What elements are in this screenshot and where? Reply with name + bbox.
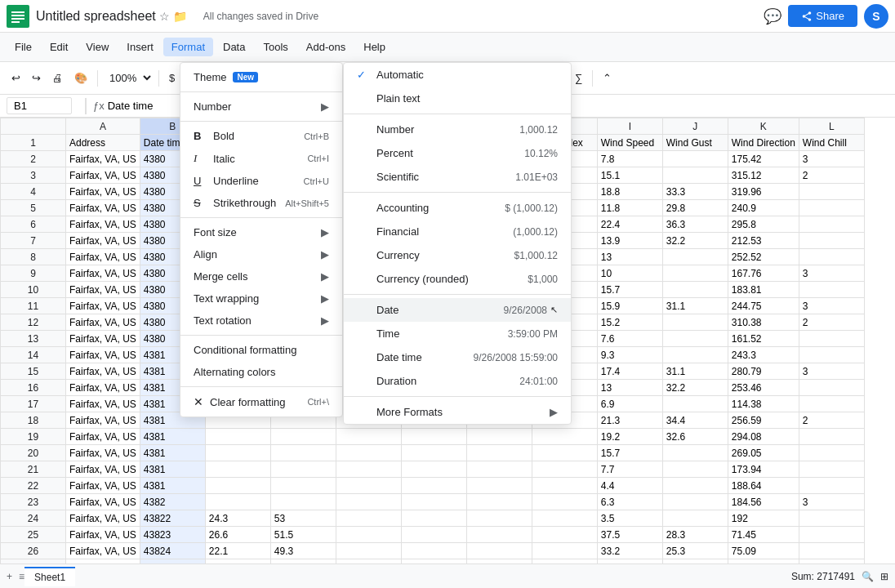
menu-file[interactable]: File — [7, 38, 40, 56]
cell-E-22[interactable] — [336, 478, 401, 494]
row-num-cell[interactable]: 26 — [1, 543, 66, 559]
cell-J-16[interactable]: 32.2 — [662, 380, 728, 396]
row-num-cell[interactable]: 22 — [1, 478, 66, 494]
col-header-I[interactable]: I — [597, 118, 662, 135]
cell-I-7[interactable]: 13.9 — [597, 233, 662, 249]
expand-button[interactable]: ⌃ — [598, 69, 617, 87]
cell-L-13[interactable] — [799, 331, 864, 347]
function-button[interactable]: ∑ — [570, 69, 587, 87]
cell-D-20[interactable] — [270, 445, 336, 461]
comments-icon[interactable]: 💬 — [764, 7, 781, 25]
cell-K-8[interactable]: 252.52 — [728, 249, 799, 265]
number-accounting-item[interactable]: Accounting $ (1,000.12) — [344, 196, 571, 220]
format-bold-item[interactable]: B Bold Ctrl+B — [180, 125, 342, 147]
cell-L-1[interactable]: Wind Chill — [799, 135, 864, 151]
cell-J-18[interactable]: 34.4 — [662, 412, 728, 429]
number-submenu[interactable]: ✓ Automatic Plain text Number 1,000.12 P… — [343, 62, 572, 425]
cell-G-26[interactable] — [466, 543, 532, 559]
cell-L-11[interactable]: 3 — [799, 298, 864, 314]
cell-K-4[interactable]: 319.96 — [728, 184, 799, 200]
cell-D-24[interactable]: 53 — [270, 510, 336, 527]
number-date-item[interactable]: Date 9/26/2008 ↖ — [344, 298, 571, 322]
cell-L-15[interactable]: 3 — [799, 363, 864, 380]
row-num-cell[interactable]: 2 — [1, 151, 66, 167]
cell-K-26[interactable]: 75.09 — [728, 543, 799, 559]
cell-I-20[interactable]: 15.7 — [597, 445, 662, 461]
cell-L-9[interactable]: 3 — [799, 265, 864, 282]
cell-G-24[interactable] — [466, 510, 532, 527]
cell-H-23[interactable] — [532, 494, 597, 510]
cell-I-4[interactable]: 18.8 — [597, 184, 662, 200]
row-num-cell[interactable]: 3 — [1, 167, 66, 184]
cell-H-27[interactable] — [532, 559, 597, 564]
format-number-item[interactable]: Number ▶ — [180, 96, 342, 118]
format-clear-item[interactable]: ✕ Clear formatting Ctrl+\ — [180, 390, 342, 413]
cell-L-20[interactable] — [799, 445, 864, 461]
format-align-item[interactable]: Align ▶ — [180, 243, 342, 265]
menu-view[interactable]: View — [78, 38, 117, 56]
cell-I-5[interactable]: 11.8 — [597, 200, 662, 216]
menu-format[interactable]: Format — [163, 38, 213, 56]
row-num-cell[interactable]: 8 — [1, 249, 66, 265]
row-num-cell[interactable]: 6 — [1, 216, 66, 233]
cell-J-10[interactable] — [662, 282, 728, 298]
cell-J-4[interactable]: 33.3 — [662, 184, 728, 200]
cell-K-9[interactable]: 167.76 — [728, 265, 799, 282]
cell-C-22[interactable] — [205, 478, 270, 494]
number-number-item[interactable]: Number 1,000.12 — [344, 118, 571, 141]
format-strikethrough-item[interactable]: S Strikethrough Alt+Shift+5 — [180, 192, 342, 214]
row-num-cell[interactable]: 4 — [1, 184, 66, 200]
number-duration-item[interactable]: Duration 24:01:00 — [344, 369, 571, 393]
currency-button[interactable]: $ — [164, 69, 180, 87]
number-datetime-item[interactable]: Date time 9/26/2008 15:59:00 — [344, 345, 571, 369]
cell-J-1[interactable]: Wind Gust — [662, 135, 728, 151]
cell-K-14[interactable]: 243.3 — [728, 347, 799, 363]
cell-H-19[interactable] — [532, 429, 597, 445]
cell-A-7[interactable]: Fairfax, VA, US — [66, 233, 140, 249]
cell-A-22[interactable]: Fairfax, VA, US — [66, 478, 140, 494]
row-num-cell[interactable]: 12 — [1, 314, 66, 331]
cell-J-9[interactable] — [662, 265, 728, 282]
cell-K-13[interactable]: 161.52 — [728, 331, 799, 347]
cell-F-21[interactable] — [401, 461, 466, 478]
cell-A-15[interactable]: Fairfax, VA, US — [66, 363, 140, 380]
format-underline-item[interactable]: U Underline Ctrl+U — [180, 170, 342, 192]
cell-F-27[interactable] — [401, 559, 466, 564]
cell-K-23[interactable]: 184.56 — [728, 494, 799, 510]
cell-A-14[interactable]: Fairfax, VA, US — [66, 347, 140, 363]
cell-D-23[interactable] — [270, 494, 336, 510]
cell-L-14[interactable] — [799, 347, 864, 363]
cell-I-16[interactable]: 13 — [597, 380, 662, 396]
row-num-cell[interactable]: 14 — [1, 347, 66, 363]
format-merge-item[interactable]: Merge cells ▶ — [180, 265, 342, 287]
cell-A-24[interactable]: Fairfax, VA, US — [66, 510, 140, 527]
cell-A-26[interactable]: Fairfax, VA, US — [66, 543, 140, 559]
cell-K-11[interactable]: 244.75 — [728, 298, 799, 314]
cell-L-25[interactable] — [799, 527, 864, 543]
cell-L-22[interactable] — [799, 478, 864, 494]
cell-G-27[interactable] — [466, 559, 532, 564]
cell-L-19[interactable] — [799, 429, 864, 445]
row-num-cell[interactable]: 10 — [1, 282, 66, 298]
cell-C-24[interactable]: 24.3 — [205, 510, 270, 527]
cell-F-23[interactable] — [401, 494, 466, 510]
cell-J-19[interactable]: 32.6 — [662, 429, 728, 445]
cell-K-15[interactable]: 280.79 — [728, 363, 799, 380]
cell-I-11[interactable]: 15.9 — [597, 298, 662, 314]
cell-F-26[interactable] — [401, 543, 466, 559]
cell-A-13[interactable]: Fairfax, VA, US — [66, 331, 140, 347]
cell-L-2[interactable]: 3 — [799, 151, 864, 167]
menu-addons[interactable]: Add-ons — [298, 38, 354, 56]
cell-H-25[interactable] — [532, 527, 597, 543]
menu-tools[interactable]: Tools — [255, 38, 296, 56]
row-num-cell[interactable]: 13 — [1, 331, 66, 347]
cell-J-11[interactable]: 31.1 — [662, 298, 728, 314]
cell-K-27[interactable]: 74.74 — [728, 559, 799, 564]
cell-I-18[interactable]: 21.3 — [597, 412, 662, 429]
row-num-cell[interactable]: 11 — [1, 298, 66, 314]
cell-K-12[interactable]: 310.38 — [728, 314, 799, 331]
cell-D-25[interactable]: 51.5 — [270, 527, 336, 543]
cell-I-21[interactable]: 7.7 — [597, 461, 662, 478]
cell-J-23[interactable] — [662, 494, 728, 510]
cell-A-27[interactable]: Fairfax, VA, US — [66, 559, 140, 564]
